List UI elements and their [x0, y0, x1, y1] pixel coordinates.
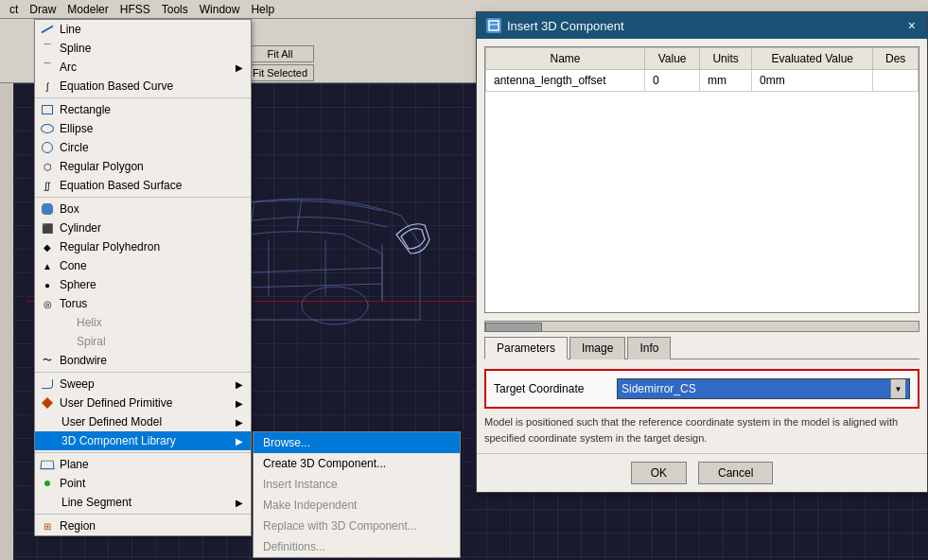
table-scroll-area[interactable]: Name Value Units Evaluated Value Des ant… — [485, 47, 919, 312]
cell-name: antenna_length_offset — [486, 70, 645, 92]
line-icon — [39, 21, 56, 38]
col-header-units: Units — [700, 48, 752, 70]
submenu-item-definitions: Definitions... — [254, 536, 460, 557]
col-header-name: Name — [486, 48, 645, 70]
sweep-arrow: ▶ — [236, 379, 243, 390]
col-header-value: Value — [645, 48, 700, 70]
cell-des — [873, 70, 919, 92]
menu-item-spline[interactable]: ⌒ Spline — [35, 39, 251, 58]
regular-polygon-icon: ⬡ — [39, 158, 56, 175]
cone-icon: ▲ — [39, 257, 56, 274]
menu-modeler[interactable]: Modeler — [61, 1, 114, 18]
ok-button[interactable]: OK — [631, 462, 687, 484]
menu-item-line-segment[interactable]: Line Segment ▶ — [35, 493, 251, 512]
svg-rect-2 — [489, 21, 499, 30]
torus-icon: ◎ — [39, 295, 56, 312]
menu-item-plane[interactable]: Plane — [35, 455, 251, 474]
target-coordinate-row: Target Coordinate Sidemirror_CS ▼ — [494, 378, 910, 399]
menu-item-bondwire[interactable]: 〜 Bondwire — [35, 351, 251, 370]
menu-item-cone[interactable]: ▲ Cone — [35, 256, 251, 275]
point-icon — [39, 475, 56, 492]
parameter-table-container: Name Value Units Evaluated Value Des ant… — [484, 46, 919, 313]
tab-parameters[interactable]: Parameters — [484, 337, 568, 359]
ellipse-icon — [39, 120, 56, 137]
box-icon — [39, 201, 56, 218]
eq-surface-icon: ∬ — [39, 177, 56, 194]
menu-draw[interactable]: Draw — [24, 1, 61, 18]
menu-item-box[interactable]: Box — [35, 200, 251, 219]
fit-all-button[interactable]: Fit All — [246, 45, 314, 62]
dialog-title: Insert 3D Component — [486, 18, 624, 33]
cylinder-icon: ⬛ — [39, 219, 56, 236]
menu-item-rectangle[interactable]: Rectangle — [35, 100, 251, 119]
cell-value: 0 — [645, 70, 700, 92]
submenu-item-make-independent: Make Independent — [254, 495, 460, 516]
sphere-icon: ● — [39, 276, 56, 293]
dropdown-arrow-icon[interactable]: ▼ — [890, 379, 905, 398]
menu-item-arc[interactable]: ⌒ Arc ▶ — [35, 58, 251, 77]
table-row[interactable]: antenna_length_offset 0 mm 0mm — [486, 70, 919, 92]
menu-tools[interactable]: Tools — [156, 1, 194, 18]
submenu-item-browse[interactable]: Browse... — [254, 432, 460, 453]
dialog-titlebar: Insert 3D Component × — [477, 12, 927, 39]
menu-item-eq-curve[interactable]: ∫ Equation Based Curve — [35, 77, 251, 96]
menu-item-ellipse[interactable]: Ellipse — [35, 119, 251, 138]
menu-help[interactable]: Help — [245, 1, 280, 18]
cell-evaluated: 0mm — [752, 70, 873, 92]
bondwire-icon: 〜 — [39, 352, 56, 369]
target-coordinate-label: Target Coordinate — [494, 382, 607, 395]
menu-item-udp[interactable]: User Defined Primitive ▶ — [35, 394, 251, 412]
menu-item-cylinder[interactable]: ⬛ Cylinder — [35, 219, 251, 237]
parameter-table: Name Value Units Evaluated Value Des ant… — [485, 47, 919, 92]
sweep-icon — [39, 376, 56, 393]
menu-item-circle[interactable]: Circle — [35, 138, 251, 157]
arc-icon: ⌒ — [39, 59, 56, 76]
divider-5 — [35, 514, 251, 515]
menu-ct[interactable]: ct — [4, 1, 24, 18]
menu-item-udm[interactable]: User Defined Model ▶ — [35, 412, 251, 431]
divider-4 — [35, 452, 251, 453]
description-text: Model is positioned such that the refere… — [484, 414, 919, 446]
submenu-3d-library: Browse... Create 3D Component... Insert … — [253, 431, 461, 558]
dialog-close-button[interactable]: × — [906, 18, 918, 33]
dialog-title-text: Insert 3D Component — [507, 19, 624, 33]
menu-item-point[interactable]: Point — [35, 474, 251, 493]
menu-item-line[interactable]: Line — [35, 20, 251, 39]
circle-icon — [39, 139, 56, 156]
tab-info[interactable]: Info — [627, 337, 671, 359]
scrollbar-thumb[interactable] — [485, 323, 542, 332]
submenu-item-replace-3d: Replace with 3D Component... — [254, 516, 460, 536]
menu-item-regular-polygon[interactable]: ⬡ Regular Polygon — [35, 157, 251, 176]
line-segment-arrow: ▶ — [236, 498, 243, 508]
target-coordinate-select[interactable]: Sidemirror_CS ▼ — [617, 378, 910, 399]
eq-curve-icon: ∫ — [39, 78, 56, 95]
plane-icon — [39, 456, 56, 473]
menu-item-sphere[interactable]: ● Sphere — [35, 275, 251, 294]
menu-item-regular-polyhedron[interactable]: ◆ Regular Polyhedron — [35, 237, 251, 256]
udp-icon — [39, 394, 56, 411]
dialog-app-icon — [486, 18, 501, 33]
divider-2 — [35, 197, 251, 198]
menu-item-sweep[interactable]: Sweep ▶ — [35, 375, 251, 394]
cell-units: mm — [700, 70, 752, 92]
menu-hfss[interactable]: HFSS — [114, 1, 156, 18]
tab-image[interactable]: Image — [569, 337, 625, 359]
arc-arrow: ▶ — [236, 62, 243, 73]
menu-item-torus[interactable]: ◎ Torus — [35, 294, 251, 313]
menu-item-3d-component-library[interactable]: 3D Component Library ▶ Browse... Create … — [35, 431, 251, 450]
dialog-buttons: OK Cancel — [477, 453, 927, 492]
target-coordinate-area: Target Coordinate Sidemirror_CS ▼ — [484, 369, 919, 409]
menu-item-spiral: Spiral — [35, 332, 251, 351]
menu-item-eq-surface[interactable]: ∬ Equation Based Surface — [35, 176, 251, 195]
submenu-item-create-3d[interactable]: Create 3D Component... — [254, 453, 460, 474]
menu-window[interactable]: Window — [194, 1, 246, 18]
regular-polyhedron-icon: ◆ — [39, 238, 56, 255]
table-horizontal-scrollbar[interactable] — [484, 321, 919, 332]
udm-arrow: ▶ — [236, 417, 243, 428]
cancel-button[interactable]: Cancel — [698, 462, 773, 484]
menu-item-region[interactable]: ⊞ Region — [35, 516, 251, 535]
udp-arrow: ▶ — [236, 398, 243, 409]
fit-selected-button[interactable]: Fit Selected — [246, 64, 314, 81]
col-header-evaluated: Evaluated Value — [752, 48, 873, 70]
divider-1 — [35, 97, 251, 98]
